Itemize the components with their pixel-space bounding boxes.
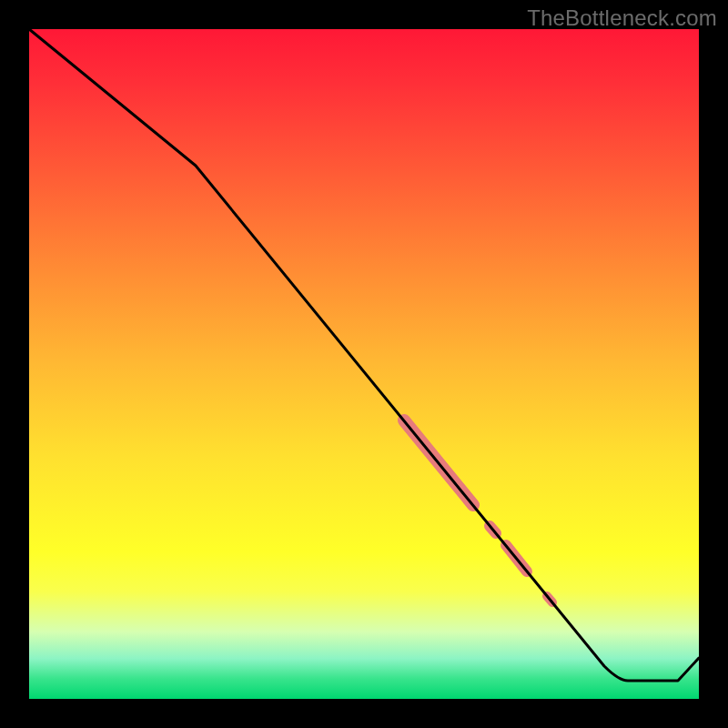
curve-line <box>29 29 699 681</box>
chart-frame: TheBottleneck.com <box>0 0 728 728</box>
chart-overlay <box>29 29 699 699</box>
attribution-text: TheBottleneck.com <box>527 5 717 31</box>
